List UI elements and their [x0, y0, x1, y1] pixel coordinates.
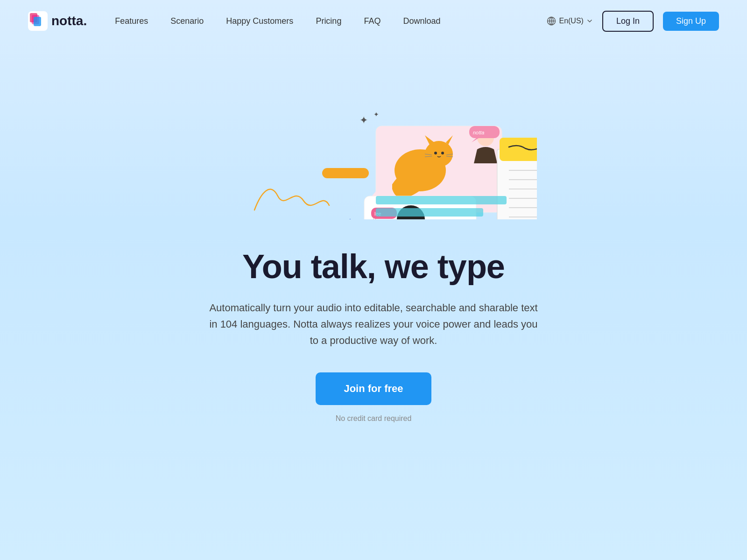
svg-rect-56	[376, 208, 483, 217]
nav-features[interactable]: Features	[115, 16, 148, 26]
join-free-button[interactable]: Join for free	[316, 372, 431, 405]
svg-rect-57	[322, 168, 369, 178]
globe-icon	[547, 16, 556, 26]
hero-illustration: ✦ ✦	[210, 51, 537, 219]
svg-rect-3	[34, 17, 41, 26]
svg-text:notta: notta	[473, 130, 484, 135]
logo-link[interactable]: notta.	[28, 11, 87, 31]
nav-right: En(US) Log In Sign Up	[547, 11, 719, 32]
cta-subtext: No credit card required	[336, 414, 412, 423]
svg-text:/ le: / le	[372, 218, 378, 219]
svg-point-18	[441, 152, 444, 154]
nav-pricing[interactable]: Pricing	[316, 16, 341, 26]
hero-subtitle: Automatically turn your audio into edita…	[205, 300, 542, 349]
chevron-down-icon	[586, 18, 593, 24]
svg-point-14	[425, 141, 453, 167]
svg-text:✦: ✦	[374, 111, 379, 118]
login-button[interactable]: Log In	[602, 11, 654, 32]
svg-point-17	[434, 152, 437, 154]
svg-rect-55	[376, 196, 507, 204]
logo-icon	[28, 11, 48, 31]
language-selector[interactable]: En(US)	[547, 16, 592, 26]
nav-links: Features Scenario Happy Customers Pricin…	[115, 16, 547, 26]
svg-text:✦: ✦	[359, 114, 368, 126]
nav-download[interactable]: Download	[403, 16, 440, 26]
hero-section: ✦ ✦	[0, 42, 747, 423]
signup-button[interactable]: Sign Up	[663, 12, 719, 31]
navbar: notta. Features Scenario Happy Customers…	[0, 0, 747, 42]
nav-faq[interactable]: FAQ	[364, 16, 381, 26]
nav-happy-customers[interactable]: Happy Customers	[226, 16, 293, 26]
brand-name: notta.	[51, 14, 87, 28]
hero-title: You talk, we type	[242, 247, 505, 286]
nav-scenario[interactable]: Scenario	[170, 16, 204, 26]
